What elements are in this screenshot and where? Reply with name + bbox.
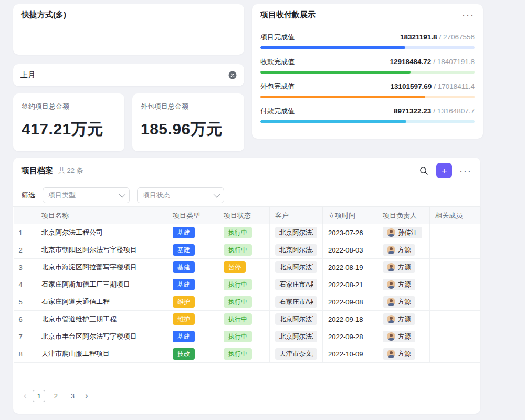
members-cell[interactable] bbox=[430, 224, 481, 242]
members-cell[interactable] bbox=[430, 276, 481, 293]
progress-values: 8971322.23 / 13164807.7 bbox=[394, 107, 475, 115]
row-index: 4 bbox=[14, 276, 36, 293]
month-filter-label: 上月 bbox=[20, 70, 35, 80]
avatar bbox=[387, 263, 395, 271]
progress-total: 17018411.4 bbox=[438, 82, 475, 90]
column-header-date[interactable]: 立项时间 bbox=[323, 207, 377, 224]
project-name-cell[interactable]: 北京市海淀区阿拉蕾写字楼项目 bbox=[36, 259, 167, 276]
progress-separator: / bbox=[433, 58, 435, 66]
column-header-members[interactable]: 相关成员 bbox=[430, 207, 481, 224]
start-date-cell: 2022-09-08 bbox=[323, 293, 377, 311]
payments-card: 项目收付款展示 ··· 项目完成值 18321191.8 / 27067556 bbox=[252, 4, 483, 139]
page-button-3[interactable]: 3 bbox=[66, 390, 79, 402]
progress-value: 8971322.23 bbox=[394, 107, 431, 115]
table-row[interactable]: 7 北京市丰台区阿尔法写字楼项目 基建 执行中 北京阿尔法工程公司 2022-0… bbox=[14, 328, 481, 345]
progress-list: 项目完成值 18321191.8 / 27067556 收款完成值 129184… bbox=[252, 26, 483, 123]
project-status-select-value: 项目状态 bbox=[143, 191, 170, 200]
table-row[interactable]: 1 北京阿尔法工程公司 基建 执行中 北京阿尔法工程公司 2023-07-26 … bbox=[14, 224, 481, 242]
progress-separator: / bbox=[434, 82, 436, 90]
project-name-cell[interactable]: 北京市朝阳区阿尔法写字楼项目 bbox=[36, 242, 167, 259]
progress-track bbox=[260, 96, 475, 98]
owner-tag: 方源 bbox=[383, 244, 415, 256]
customer-tag: 北京阿尔法工程公司 bbox=[279, 332, 313, 341]
page-button-1[interactable]: 1 bbox=[33, 390, 45, 402]
next-page-icon[interactable]: › bbox=[83, 391, 90, 401]
project-name-cell[interactable]: 石家庄阿道夫通信工程 bbox=[36, 293, 167, 311]
project-type-select[interactable]: 项目类型 bbox=[43, 187, 130, 203]
project-status-badge: 执行中 bbox=[224, 331, 252, 342]
progress-track bbox=[260, 46, 475, 49]
month-filter-card[interactable]: 上月 bbox=[13, 64, 244, 86]
members-cell[interactable] bbox=[430, 242, 481, 259]
avatar bbox=[387, 298, 395, 306]
customer-tag: 石家庄市A县 bbox=[279, 280, 313, 289]
table-row[interactable]: 6 北京市管道维护三期工程 维护 执行中 北京阿尔法工程公司 2022-09-1… bbox=[14, 311, 481, 328]
more-menu-icon[interactable]: ··· bbox=[459, 166, 472, 175]
index-column-header bbox=[14, 207, 36, 224]
filter-label: 筛选 bbox=[22, 191, 35, 200]
project-status-badge: 执行中 bbox=[224, 279, 252, 290]
shortcuts-title: 快捷方式(多) bbox=[22, 10, 66, 20]
members-cell[interactable] bbox=[430, 293, 481, 311]
progress-label: 收款完成值 bbox=[260, 57, 295, 67]
start-date-cell: 2023-07-26 bbox=[323, 224, 377, 242]
progress-separator: / bbox=[433, 107, 435, 115]
project-name-cell[interactable]: 北京阿尔法工程公司 bbox=[36, 224, 167, 242]
row-index: 3 bbox=[14, 259, 36, 276]
members-cell[interactable] bbox=[430, 328, 481, 345]
row-index: 6 bbox=[14, 311, 36, 328]
owner-tag: 方源 bbox=[383, 261, 415, 273]
column-header-owner[interactable]: 项目负责人 bbox=[377, 207, 430, 224]
column-header-type[interactable]: 项目类型 bbox=[167, 207, 218, 224]
project-name-cell[interactable]: 天津市爬山服工程项目 bbox=[36, 345, 167, 363]
project-name-cell[interactable]: 石家庄阿斯加德工厂三期项目 bbox=[36, 276, 167, 293]
search-icon[interactable] bbox=[416, 163, 431, 178]
project-type-badge: 基建 bbox=[173, 279, 195, 290]
table-row[interactable]: 2 北京市朝阳区阿尔法写字楼项目 基建 执行中 北京阿尔法工程公司 2022-0… bbox=[14, 242, 481, 259]
project-status-badge: 执行中 bbox=[224, 313, 252, 325]
progress-track bbox=[260, 120, 475, 123]
row-index: 2 bbox=[14, 242, 36, 259]
page-button-2[interactable]: 2 bbox=[49, 390, 62, 402]
table-row[interactable]: 8 天津市爬山服工程项目 技改 执行中 天津市奈文摩 2022-10-09 方源 bbox=[14, 345, 481, 363]
signed-amount-value: 417.21万元 bbox=[22, 119, 116, 140]
column-header-name[interactable]: 项目名称 bbox=[36, 207, 167, 224]
members-cell[interactable] bbox=[430, 311, 481, 328]
progress-fill bbox=[260, 96, 425, 98]
add-record-button[interactable]: + bbox=[436, 163, 452, 178]
customer-tag: 石家庄市A县 bbox=[279, 298, 313, 307]
table-row[interactable]: 5 石家庄阿道夫通信工程 维护 执行中 石家庄市A县 2022-09-08 方源 bbox=[14, 293, 481, 311]
table-title-row: 项目档案 共 22 条 + ··· bbox=[13, 158, 480, 184]
project-name-cell[interactable]: 北京市管道维护三期工程 bbox=[36, 311, 167, 328]
avatar bbox=[387, 228, 395, 237]
prev-page-icon[interactable]: ‹ bbox=[22, 391, 28, 401]
project-name-cell[interactable]: 北京市丰台区阿尔法写字楼项目 bbox=[36, 328, 167, 345]
start-date-cell: 2022-08-03 bbox=[323, 242, 377, 259]
column-header-status[interactable]: 项目状态 bbox=[218, 207, 270, 224]
customer-tag: 北京阿尔法工程公司 bbox=[279, 228, 313, 237]
customer-tag: 北京阿尔法工程公司 bbox=[279, 263, 313, 272]
progress-total: 27067556 bbox=[443, 33, 475, 41]
table-row[interactable]: 4 石家庄阿斯加德工厂三期项目 基建 执行中 石家庄市A县 2022-08-21… bbox=[14, 276, 481, 293]
owner-name: 方源 bbox=[398, 280, 411, 289]
owner-tag: 方源 bbox=[383, 296, 415, 308]
table-row[interactable]: 3 北京市海淀区阿拉蕾写字楼项目 基建 暂停 北京阿尔法工程公司 2022-08… bbox=[14, 259, 481, 276]
members-cell[interactable] bbox=[430, 345, 481, 363]
column-header-customer[interactable]: 客户 bbox=[270, 207, 323, 224]
members-cell[interactable] bbox=[430, 259, 481, 276]
owner-name: 方源 bbox=[398, 246, 411, 255]
start-date-cell: 2022-09-18 bbox=[323, 311, 377, 328]
progress-label: 外包完成值 bbox=[260, 82, 295, 91]
clear-icon[interactable] bbox=[228, 71, 237, 79]
progress-fill bbox=[260, 46, 405, 49]
more-menu-icon[interactable]: ··· bbox=[462, 10, 475, 20]
project-status-badge: 执行中 bbox=[224, 227, 252, 238]
owner-name: 方源 bbox=[398, 298, 411, 307]
project-archive-card: 项目档案 共 22 条 + ··· 筛选 项目类型 项目状态 bbox=[13, 158, 480, 414]
customer-tag: 天津市奈文摩 bbox=[279, 350, 313, 359]
payments-header: 项目收付款展示 ··· bbox=[252, 4, 483, 26]
start-date-cell: 2022-09-28 bbox=[323, 328, 377, 345]
project-status-select[interactable]: 项目状态 bbox=[137, 187, 224, 203]
row-index: 5 bbox=[14, 293, 36, 311]
avatar bbox=[387, 315, 395, 323]
